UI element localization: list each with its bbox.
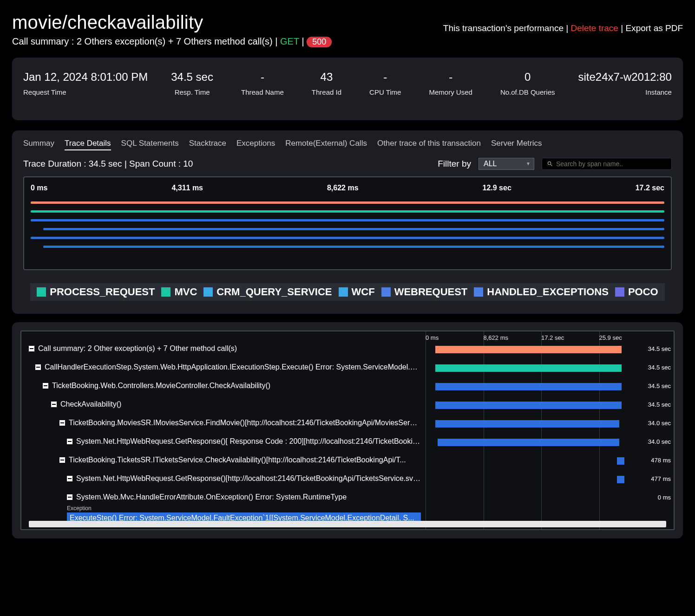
filter-label: Fillter by <box>438 159 471 169</box>
gantt-row: 34.5 sec <box>426 363 671 373</box>
gantt-value: 34.5 sec <box>648 383 671 389</box>
collapse-icon[interactable] <box>51 402 57 407</box>
gantt-value: 478 ms <box>651 457 671 464</box>
tree-row[interactable]: System.Net.HttpWebRequest.GetResponse()[… <box>29 437 421 446</box>
metric: 34.5 secResp. Time <box>157 71 227 96</box>
axis-tick: 8,622 ms <box>484 334 542 341</box>
status-badge: 500 <box>307 37 332 47</box>
tree-row[interactable]: CheckAvailability() <box>29 400 421 409</box>
gantt-bar[interactable] <box>435 402 622 409</box>
gantt-row: 34.0 sec <box>426 419 671 429</box>
gantt-value: 34.5 sec <box>648 401 671 408</box>
tree-row[interactable]: TicketBooking.TicketsSR.ITicketsService.… <box>29 456 421 464</box>
collapse-icon[interactable] <box>29 346 34 351</box>
gantt-bar[interactable] <box>435 383 622 390</box>
metric: 43Thread Id <box>298 71 355 96</box>
legend-swatch <box>37 287 46 297</box>
legend-swatch <box>203 287 213 297</box>
collapse-icon[interactable] <box>67 494 72 500</box>
header-links: This transaction's performance | Delete … <box>443 23 683 33</box>
axis-tick: 0 ms <box>31 184 47 192</box>
link-delete-trace[interactable]: Delete trace <box>571 23 618 33</box>
timeline-chart: 0 ms4,311 ms8,622 ms12.9 sec17.2 sec <box>23 176 672 270</box>
gantt-bar[interactable] <box>435 346 622 353</box>
gantt-bar[interactable] <box>617 476 624 483</box>
timeline-span <box>31 210 664 213</box>
gantt-value: 34.5 sec <box>648 364 671 371</box>
gantt-bar[interactable] <box>438 439 619 446</box>
tree-row[interactable]: Call summary: 2 Other exception(s) + 7 O… <box>29 344 421 353</box>
search-input[interactable] <box>556 160 667 168</box>
axis-tick: 4,311 ms <box>171 184 203 192</box>
span-tree[interactable]: Call summary: 2 Other exception(s) + 7 O… <box>21 331 426 529</box>
gantt-row: 477 ms <box>426 474 671 485</box>
axis-tick: 12.9 sec <box>483 184 511 192</box>
tabs: SummayTrace DetailsSQL StatementsStacktr… <box>23 139 672 150</box>
timeline-span <box>31 237 664 239</box>
gantt-bar[interactable] <box>617 457 624 465</box>
legend-item: MVC <box>161 286 197 298</box>
gantt-row: 34.5 sec <box>426 382 671 392</box>
timeline-span <box>43 228 664 230</box>
metric: -Memory Used <box>415 71 486 96</box>
gantt-row: 0 ms <box>426 493 671 503</box>
tree-row[interactable]: TicketBooking.MoviesSR.IMoviesService.Fi… <box>29 419 421 427</box>
legend-item: WCF <box>339 286 375 298</box>
collapse-icon[interactable] <box>43 383 48 389</box>
tree-row[interactable]: TicketBooking.Web.Controllers.MovieContr… <box>29 382 421 390</box>
collapse-icon[interactable] <box>67 439 72 444</box>
legend-swatch <box>474 287 483 297</box>
legend-swatch <box>161 287 170 297</box>
axis-tick: 0 ms <box>426 334 484 341</box>
legend-swatch <box>381 287 391 297</box>
tab-other-trace-of-this-transaction[interactable]: Other trace of this transaction <box>377 139 481 150</box>
axis-tick: 17.2 sec <box>541 334 599 341</box>
tab-exceptions[interactable]: Exceptions <box>236 139 275 150</box>
collapse-icon[interactable] <box>35 364 41 370</box>
gantt-value: 477 ms <box>651 475 671 482</box>
axis-tick: 17.2 sec <box>636 184 664 192</box>
trace-panel: SummayTrace DetailsSQL StatementsStacktr… <box>12 130 683 314</box>
collapse-icon[interactable] <box>59 420 65 426</box>
tab-summay[interactable]: Summay <box>23 139 54 150</box>
timeline-span <box>43 246 664 248</box>
gantt-value: 34.0 sec <box>648 438 671 445</box>
horizontal-scrollbar[interactable] <box>29 521 666 527</box>
gantt-chart: 0 ms8,622 ms17.2 sec25.9 sec 34.5 sec34.… <box>426 331 674 529</box>
metric: Jan 12, 2024 8:01:00 PMRequest Time <box>23 71 157 96</box>
search-icon <box>547 161 553 167</box>
legend-item: POCO <box>615 286 658 298</box>
gantt-row: 478 ms <box>426 456 671 466</box>
tab-stacktrace[interactable]: Stacktrace <box>189 139 226 150</box>
legend-item: WEBREQUEST <box>381 286 468 298</box>
metric: site24x7-w2012:80Instance <box>569 71 672 96</box>
trace-duration-label: Trace Duration : 34.5 sec | Span Count :… <box>23 159 193 169</box>
gantt-bar[interactable] <box>435 420 619 428</box>
link-transaction-performance[interactable]: This transaction's performance <box>443 23 564 33</box>
gantt-bar[interactable] <box>435 364 622 372</box>
link-export-pdf[interactable]: Export as PDF <box>625 23 683 33</box>
search-box[interactable] <box>542 158 672 170</box>
legend-item: PROCESS_REQUEST <box>37 286 155 298</box>
axis-tick: 25.9 sec <box>599 334 657 341</box>
collapse-icon[interactable] <box>67 476 72 481</box>
tab-trace-details[interactable]: Trace Details <box>65 139 111 150</box>
tab-sql-statements[interactable]: SQL Statements <box>121 139 179 150</box>
tab-remote-external-calls[interactable]: Remote(External) Calls <box>285 139 367 150</box>
call-summary-line: Call summary : 2 Others exception(s) + 7… <box>12 36 683 47</box>
tree-row[interactable]: CallHandlerExecutionStep.System.Web.Http… <box>29 363 421 371</box>
gantt-row: 34.5 sec <box>426 344 671 355</box>
gantt-row: 34.5 sec <box>426 400 671 410</box>
filter-select[interactable]: ALL <box>479 158 534 170</box>
collapse-icon[interactable] <box>59 457 65 463</box>
legend-item: HANDLED_EXCEPTIONS <box>474 286 609 298</box>
timeline-span <box>31 219 664 221</box>
metric: -CPU Time <box>355 71 415 96</box>
tab-server-metrics[interactable]: Server Metrics <box>491 139 542 150</box>
gantt-value: 34.5 sec <box>648 345 671 352</box>
tree-row[interactable]: System.Net.HttpWebRequest.GetResponse()[… <box>29 474 421 483</box>
axis-tick: 8,622 ms <box>327 184 359 192</box>
tree-row[interactable]: System.Web.Mvc.HandleErrorAttribute.OnEx… <box>29 493 421 501</box>
metric: 0No.of.DB Queries <box>486 71 569 96</box>
gantt-row: 34.0 sec <box>426 437 671 447</box>
